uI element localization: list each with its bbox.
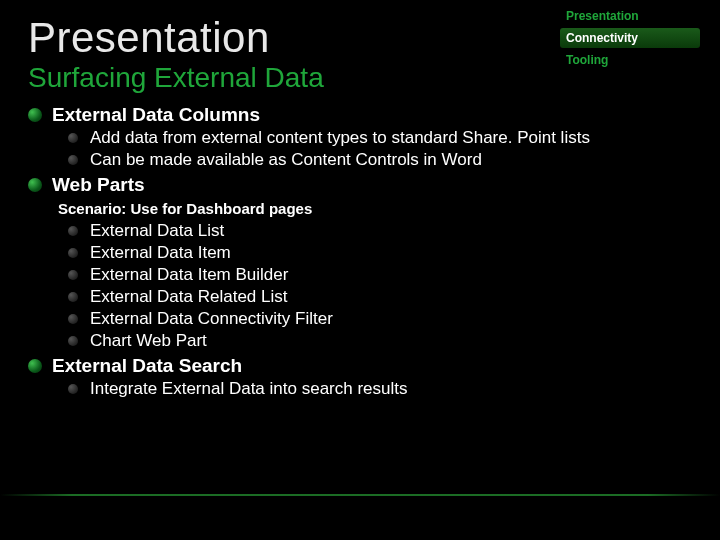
bullet-small-icon [68, 336, 78, 346]
section-heading: Web Parts [28, 174, 720, 196]
list-item: External Data Connectivity Filter [68, 309, 720, 329]
bullet-small-icon [68, 384, 78, 394]
section-heading-text: Web Parts [52, 174, 145, 196]
bullet-large-icon [28, 178, 42, 192]
nav-item-presentation[interactable]: Presentation [560, 6, 700, 26]
list-item-text: External Data Item [90, 243, 231, 263]
section-heading-text: External Data Columns [52, 104, 260, 126]
section-heading: External Data Columns [28, 104, 720, 126]
bullet-small-icon [68, 314, 78, 324]
list-item: External Data Related List [68, 287, 720, 307]
list-item-text: External Data Item Builder [90, 265, 288, 285]
list-item: Chart Web Part [68, 331, 720, 351]
slide-content: External Data Columns Add data from exte… [0, 104, 720, 399]
scenario-label: Scenario: Use for Dashboard pages [58, 200, 720, 217]
list-item-text: External Data Connectivity Filter [90, 309, 333, 329]
list-item: Add data from external content types to … [68, 128, 720, 148]
list-item: External Data Item Builder [68, 265, 720, 285]
list-item-text: Chart Web Part [90, 331, 207, 351]
footer-divider [0, 494, 720, 496]
bullet-small-icon [68, 292, 78, 302]
bullet-small-icon [68, 226, 78, 236]
nav-item-tooling[interactable]: Tooling [560, 50, 700, 70]
list-item-text: Integrate External Data into search resu… [90, 379, 408, 399]
list-item: Integrate External Data into search resu… [68, 379, 720, 399]
list-item-text: Add data from external content types to … [90, 128, 590, 148]
nav-panel: Presentation Connectivity Tooling [560, 6, 700, 72]
list-item-text: External Data Related List [90, 287, 288, 307]
list-item-text: Can be made available as Content Control… [90, 150, 482, 170]
bullet-large-icon [28, 359, 42, 373]
list-item: Can be made available as Content Control… [68, 150, 720, 170]
bullet-small-icon [68, 133, 78, 143]
list-item: External Data List [68, 221, 720, 241]
bullet-small-icon [68, 270, 78, 280]
section-heading-text: External Data Search [52, 355, 242, 377]
nav-item-connectivity[interactable]: Connectivity [560, 28, 700, 48]
bullet-small-icon [68, 248, 78, 258]
list-item: External Data Item [68, 243, 720, 263]
section-heading: External Data Search [28, 355, 720, 377]
bullet-small-icon [68, 155, 78, 165]
list-item-text: External Data List [90, 221, 224, 241]
bullet-large-icon [28, 108, 42, 122]
